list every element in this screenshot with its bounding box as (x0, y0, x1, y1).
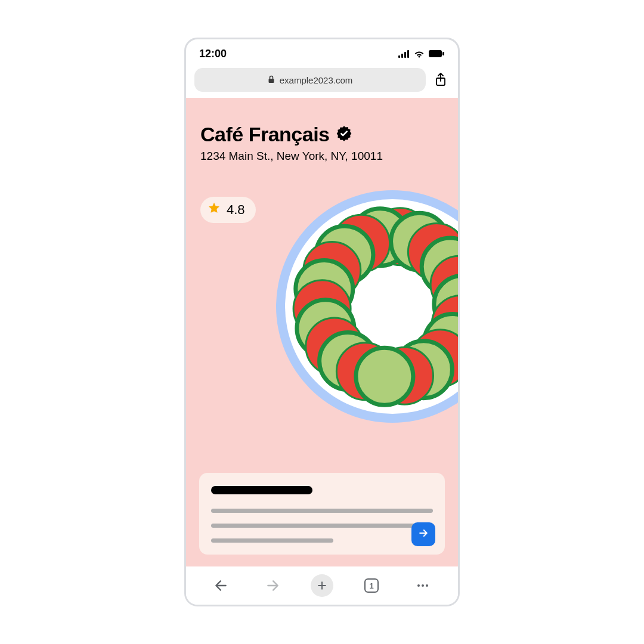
page-title: Café Français (200, 123, 330, 146)
status-indicators (398, 49, 445, 58)
nav-back-button[interactable] (208, 572, 234, 599)
svg-rect-5 (442, 52, 444, 55)
svg-rect-1 (401, 54, 403, 58)
lock-icon (268, 75, 275, 85)
svg-point-31 (356, 348, 413, 405)
verified-badge-icon (336, 125, 352, 144)
title-row: Café Français (186, 98, 458, 147)
card-title-placeholder (211, 486, 312, 494)
info-card (199, 473, 445, 555)
svg-point-33 (422, 584, 424, 587)
nav-tabs-button[interactable]: 1 (358, 572, 385, 599)
cellular-icon (398, 49, 410, 58)
phone-frame: 12:00 example2023.com Café Françai (184, 38, 460, 606)
svg-point-34 (426, 584, 428, 587)
status-time: 12:00 (199, 48, 227, 60)
nav-forward-button[interactable] (259, 572, 286, 599)
svg-rect-4 (429, 50, 442, 57)
nav-new-tab-button[interactable] (311, 574, 333, 597)
arrow-right-icon (417, 527, 429, 541)
svg-rect-2 (404, 52, 406, 58)
card-text-placeholder (211, 509, 433, 513)
status-bar: 12:00 (186, 39, 458, 68)
tab-count: 1 (364, 578, 379, 593)
page-address: 1234 Main St., New York, NY, 10011 (186, 147, 458, 163)
star-icon (208, 202, 221, 218)
rating-value: 4.8 (227, 202, 245, 218)
share-button[interactable] (432, 71, 450, 89)
svg-rect-6 (268, 79, 274, 83)
page-content: Café Français 1234 Main St., New York, N… (186, 98, 458, 566)
svg-rect-3 (407, 50, 409, 58)
svg-point-32 (417, 584, 420, 587)
card-action-button[interactable] (411, 522, 435, 546)
address-bar[interactable]: example2023.com (194, 68, 426, 92)
wifi-icon (414, 49, 425, 58)
browser-bottom-nav: 1 (186, 566, 458, 605)
rating-pill: 4.8 (200, 197, 256, 223)
battery-icon (428, 49, 445, 58)
svg-rect-0 (398, 55, 400, 58)
card-text-placeholder (211, 538, 333, 543)
url-text: example2023.com (280, 75, 353, 85)
card-text-placeholder (211, 524, 433, 528)
nav-more-button[interactable] (410, 572, 436, 599)
address-bar-row: example2023.com (186, 68, 458, 98)
dish-illustration (273, 187, 458, 426)
